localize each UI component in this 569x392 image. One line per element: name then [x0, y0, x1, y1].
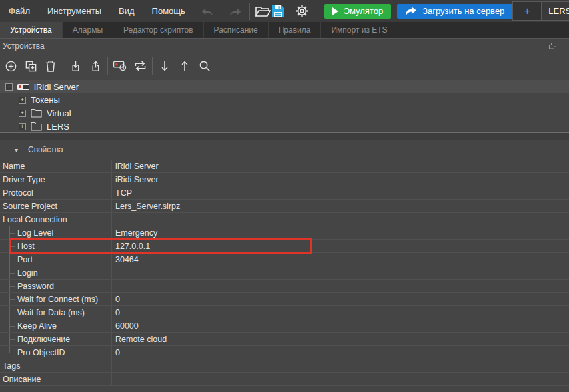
property-value[interactable]: 0 [112, 293, 569, 305]
menu-file[interactable]: Файл [0, 0, 39, 22]
import-icon[interactable] [65, 57, 85, 75]
property-value[interactable]: TCP [112, 186, 569, 199]
devices-panel-caption: Устройства [0, 39, 569, 53]
tree-branch-line [3, 253, 17, 266]
menu-view[interactable]: Вид [110, 0, 143, 22]
search-icon[interactable] [195, 57, 215, 75]
property-row[interactable]: Driver Type iRidi Server [0, 173, 569, 186]
tab-ets-import[interactable]: Импорт из ETS [321, 22, 398, 38]
property-value[interactable]: Remote cloud [112, 333, 569, 345]
tab-script-editor[interactable]: Редактор скриптов [113, 22, 204, 38]
duplicate-icon[interactable] [21, 57, 41, 75]
property-value[interactable] [112, 373, 569, 385]
property-row[interactable]: Tags [0, 359, 569, 373]
tree-item-label: Virtual [47, 108, 71, 118]
expand-expander-icon[interactable]: + [19, 110, 26, 117]
property-row[interactable]: Login [0, 266, 569, 280]
property-label-cell: Tags [0, 359, 112, 372]
property-row[interactable]: Log Level Emergency [0, 226, 569, 240]
property-value[interactable]: iRidi Server [112, 160, 569, 172]
property-label: Local Connection [3, 215, 67, 224]
property-row[interactable]: Protocol TCP [0, 186, 569, 200]
tree-row-lers[interactable]: + LERS [0, 120, 569, 133]
collapse-expander-icon[interactable]: − [5, 83, 13, 91]
property-value[interactable] [112, 359, 569, 372]
property-row[interactable]: Описание [0, 373, 569, 386]
move-up-icon[interactable] [175, 57, 195, 75]
property-label-cell: Driver Type [0, 173, 112, 186]
property-label: Driver Type [3, 175, 45, 184]
property-value[interactable]: Lers_Server.sirpz [112, 200, 569, 212]
property-label-cell: Login [0, 266, 112, 279]
tab-devices[interactable]: Устройства [0, 22, 63, 38]
property-value[interactable]: Emergency [112, 226, 569, 239]
menu-help[interactable]: Помощь [143, 0, 194, 22]
property-row[interactable]: Local Connection [0, 213, 569, 226]
monitor-record-icon[interactable] [110, 57, 130, 75]
menu-tools[interactable]: Инструменты [39, 0, 110, 22]
move-down-icon[interactable] [155, 57, 175, 75]
settings-gear-icon[interactable] [295, 3, 309, 20]
undo-icon[interactable] [198, 3, 217, 20]
tab-alarms[interactable]: Алармы [63, 22, 113, 38]
float-panel-icon[interactable] [549, 43, 556, 49]
open-project-icon[interactable] [255, 3, 271, 20]
property-value[interactable]: iRidi Server [112, 173, 569, 186]
property-label-cell: Описание [0, 373, 112, 385]
tree-branch-line [3, 280, 17, 292]
property-label-cell: Wait for Data (ms) [0, 306, 112, 319]
property-value[interactable]: 60000 [112, 319, 569, 332]
property-row[interactable]: Wait for Data (ms) 0 [0, 306, 569, 319]
tree-branch-line [3, 226, 17, 239]
property-label: Pro ObjectID [17, 348, 65, 357]
property-label-cell: Protocol [0, 186, 112, 199]
properties-header[interactable]: ▾ Свойства [0, 140, 569, 160]
property-row[interactable]: Keep Alive 60000 [0, 319, 569, 333]
upload-button-label: Загрузить на сервер [422, 6, 504, 16]
tree-row-tokens[interactable]: + Токены [0, 93, 569, 106]
property-label-cell: Keep Alive [0, 319, 112, 332]
property-label: Log Level [17, 228, 53, 238]
property-value[interactable] [112, 213, 569, 226]
property-value[interactable] [112, 266, 569, 279]
property-label: Login [17, 268, 38, 278]
menubar-separator [290, 3, 290, 20]
property-label: Tags [3, 361, 20, 371]
tab-schedule[interactable]: Расписание [204, 22, 269, 38]
property-value[interactable] [112, 280, 569, 292]
chevron-down-icon[interactable]: ▾ [15, 146, 18, 154]
panel-splitter[interactable] [0, 133, 569, 140]
document-tab[interactable]: LERS_Scada_Server.irscada* [542, 2, 569, 20]
property-row[interactable]: Port 30464 [0, 253, 569, 266]
tree-row-iridi-server[interactable]: − iRidi Server [0, 80, 569, 93]
tab-rules[interactable]: Правила [269, 22, 322, 38]
add-device-icon[interactable] [1, 57, 21, 75]
new-document-button[interactable]: + [513, 2, 542, 20]
expand-expander-icon[interactable]: + [19, 97, 26, 104]
expand-expander-icon[interactable]: + [19, 123, 26, 130]
redo-icon[interactable] [226, 3, 245, 20]
tree-row-virtual[interactable]: + Virtual [0, 106, 569, 120]
property-row[interactable]: Pro ObjectID 0 [0, 346, 569, 359]
save-icon[interactable] [271, 3, 285, 20]
emulator-button[interactable]: Эмулятор [324, 4, 391, 19]
export-icon[interactable] [85, 57, 105, 75]
upload-to-server-button[interactable]: Загрузить на сервер [397, 4, 512, 19]
replace-sync-icon[interactable] [130, 57, 150, 75]
property-row[interactable]: Password [0, 280, 569, 293]
property-value[interactable]: 0 [112, 346, 569, 359]
property-row[interactable]: Host 127.0.0.1 [0, 240, 569, 253]
server-icon [17, 84, 29, 90]
property-value[interactable]: 30464 [112, 253, 569, 266]
properties-title: Свойства [28, 145, 63, 154]
folder-icon [31, 122, 42, 131]
tree-item-label: LERS [47, 122, 69, 132]
property-row[interactable]: Подключение Remote cloud [0, 333, 569, 346]
property-value[interactable]: 0 [112, 306, 569, 319]
property-row[interactable]: Source Project Lers_Server.sirpz [0, 200, 569, 213]
property-row[interactable]: Name iRidi Server [0, 160, 569, 173]
delete-icon[interactable] [41, 57, 61, 75]
folder-icon [31, 108, 42, 118]
property-value[interactable]: 127.0.0.1 [112, 240, 569, 252]
property-row[interactable]: Wait for Connect (ms) 0 [0, 293, 569, 306]
